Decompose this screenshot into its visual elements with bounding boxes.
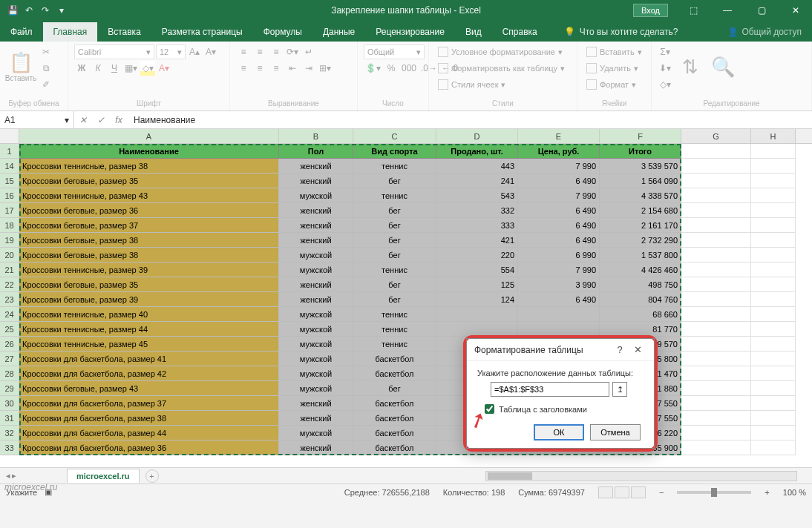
cell[interactable] xyxy=(751,366,796,381)
cell[interactable]: теннис xyxy=(353,307,436,322)
row-header-23[interactable]: 23 xyxy=(0,292,19,307)
row-header-15[interactable]: 15 xyxy=(0,174,19,188)
cell[interactable]: 6 490 xyxy=(518,218,600,233)
cell[interactable] xyxy=(751,292,796,307)
tab-file[interactable]: Файл xyxy=(0,22,43,42)
cell[interactable]: бег xyxy=(353,203,436,218)
orientation-icon[interactable]: ⟳▾ xyxy=(285,44,300,59)
cell[interactable]: 7 990 xyxy=(518,188,600,203)
close-icon[interactable]: ✕ xyxy=(779,0,812,21)
cell[interactable] xyxy=(751,411,796,426)
cell[interactable] xyxy=(681,248,751,263)
cell[interactable]: 1 564 090 xyxy=(600,174,681,188)
cell[interactable]: 3 539 570 xyxy=(600,159,681,174)
column-header-D[interactable]: D xyxy=(436,129,518,143)
tab-справка[interactable]: Справка xyxy=(492,22,548,42)
header-cell[interactable]: Цена, руб. xyxy=(518,144,600,159)
format-as-table-button[interactable]: Форматировать как таблицу▾ xyxy=(435,61,568,76)
cell[interactable]: женский xyxy=(279,174,353,188)
sort-filter-button[interactable]: ⇅ xyxy=(675,44,705,89)
column-header-G[interactable]: G xyxy=(681,129,751,143)
header-cell[interactable]: Продано, шт. xyxy=(436,144,518,159)
qat-dropdown-icon[interactable]: ▾ xyxy=(55,4,68,17)
clear-icon[interactable]: ◇▾ xyxy=(658,77,672,92)
cell[interactable] xyxy=(436,322,518,337)
cell[interactable]: 332 xyxy=(436,203,518,218)
range-input[interactable] xyxy=(491,382,609,397)
formula-input[interactable]: Наименование xyxy=(128,115,812,125)
login-button[interactable]: Вход xyxy=(633,4,668,17)
cell[interactable] xyxy=(751,381,796,396)
cell[interactable]: Кроссовки для баскетбола, размер 38 xyxy=(19,411,279,426)
enter-icon[interactable]: ✓ xyxy=(92,115,110,125)
italic-button[interactable]: К xyxy=(91,61,105,76)
cell[interactable]: Кроссовки для баскетбола, размер 44 xyxy=(19,426,279,440)
cell[interactable]: мужской xyxy=(279,337,353,352)
cell[interactable]: 4 338 570 xyxy=(600,188,681,203)
cell[interactable] xyxy=(751,307,796,322)
cell[interactable]: 6 490 xyxy=(518,292,600,307)
cancel-icon[interactable]: ✕ xyxy=(74,115,92,125)
number-format-select[interactable]: Общий▾ xyxy=(364,44,425,59)
cell[interactable]: 6 490 xyxy=(518,174,600,188)
cell[interactable]: 81 770 xyxy=(600,322,681,337)
normal-view-button[interactable] xyxy=(598,486,613,498)
cell[interactable]: 7 990 xyxy=(518,159,600,174)
align-top-icon[interactable]: ≡ xyxy=(236,44,251,59)
cell[interactable] xyxy=(751,263,796,277)
cell[interactable]: Кроссовки теннисные, размер 45 xyxy=(19,337,279,352)
decrease-indent-icon[interactable]: ⇤ xyxy=(285,61,300,76)
cell[interactable] xyxy=(436,307,518,322)
cell[interactable]: мужской xyxy=(279,352,353,366)
cell[interactable]: бег xyxy=(353,174,436,188)
undo-icon[interactable]: ↶ xyxy=(22,4,36,17)
cell[interactable]: 125 xyxy=(436,277,518,292)
cell[interactable] xyxy=(681,307,751,322)
cell[interactable]: Кроссовки для баскетбола, размер 36 xyxy=(19,440,279,455)
cell[interactable]: Кроссовки для баскетбола, размер 42 xyxy=(19,366,279,381)
cell[interactable] xyxy=(681,159,751,174)
cell[interactable]: 333 xyxy=(436,218,518,233)
tab-вид[interactable]: Вид xyxy=(455,22,492,42)
cell[interactable]: 554 xyxy=(436,263,518,277)
cell[interactable] xyxy=(681,263,751,277)
increase-font-icon[interactable]: A▴ xyxy=(187,44,202,59)
row-header-17[interactable]: 17 xyxy=(0,203,19,218)
maximize-icon[interactable]: ▢ xyxy=(745,0,778,21)
cell[interactable] xyxy=(681,203,751,218)
cell[interactable] xyxy=(751,396,796,411)
cell[interactable] xyxy=(751,440,796,455)
font-family-select[interactable]: Calibri▾ xyxy=(74,44,154,59)
cell[interactable] xyxy=(751,159,796,174)
column-header-C[interactable]: C xyxy=(353,129,436,143)
cell[interactable]: женский xyxy=(279,233,353,248)
row-header-21[interactable]: 21 xyxy=(0,263,19,277)
cell[interactable]: женский xyxy=(279,292,353,307)
tell-me-search[interactable]: 💡 Что вы хотите сделать? xyxy=(557,22,686,42)
cell[interactable]: 498 750 xyxy=(600,277,681,292)
cell[interactable] xyxy=(681,218,751,233)
cell[interactable]: женский xyxy=(279,203,353,218)
align-bottom-icon[interactable]: ≡ xyxy=(269,44,284,59)
cell[interactable] xyxy=(681,292,751,307)
zoom-slider[interactable] xyxy=(677,491,751,494)
bold-button[interactable]: Ж xyxy=(74,61,89,76)
row-header-25[interactable]: 25 xyxy=(0,322,19,337)
header-cell[interactable]: Наименование xyxy=(19,144,279,159)
cell[interactable] xyxy=(681,277,751,292)
row-header-18[interactable]: 18 xyxy=(0,218,19,233)
cell[interactable]: теннис xyxy=(353,322,436,337)
collapse-dialog-icon[interactable]: ↥ xyxy=(612,382,627,397)
cell[interactable]: мужской xyxy=(279,381,353,396)
row-header-29[interactable]: 29 xyxy=(0,381,19,396)
cell[interactable]: баскетбол xyxy=(353,352,436,366)
cell[interactable]: Кроссовки для баскетбола, размер 37 xyxy=(19,396,279,411)
cell[interactable]: бег xyxy=(353,218,436,233)
cell[interactable]: мужской xyxy=(279,322,353,337)
cell[interactable]: Кроссовки теннисные, размер 44 xyxy=(19,322,279,337)
sheet-tab[interactable]: microexcel.ru xyxy=(67,469,140,483)
tab-главная[interactable]: Главная xyxy=(43,22,98,42)
percent-icon[interactable]: % xyxy=(384,61,399,76)
cell[interactable]: бег xyxy=(353,277,436,292)
cell[interactable] xyxy=(681,174,751,188)
